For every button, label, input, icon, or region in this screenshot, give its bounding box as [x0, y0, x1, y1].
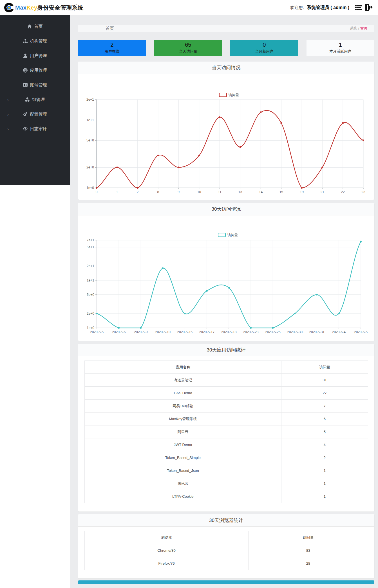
stat-card-label: 本月活跃用户	[307, 48, 375, 55]
x-tick-label: 10	[197, 190, 201, 194]
legend-marker	[218, 233, 225, 237]
sidebar-item-2[interactable]: 用户管理	[0, 48, 70, 63]
sidebar-item-3[interactable]: 应用管理	[0, 63, 70, 78]
breadcrumb-bar: 首页 系统 / 首页	[78, 25, 374, 32]
data-point[interactable]	[206, 290, 208, 292]
maxkey-logo-icon	[4, 3, 14, 13]
x-tick-label: 1	[116, 190, 118, 194]
table-cell: 有道云笔记	[85, 374, 281, 387]
table-cell: 7	[281, 400, 368, 413]
table-cell: 83	[249, 544, 368, 557]
data-point[interactable]	[198, 155, 200, 156]
x-tick-label: 2020-5-6	[112, 330, 126, 334]
sidebar-item-5[interactable]: ›组管理	[0, 92, 70, 107]
app-icon	[23, 68, 28, 73]
data-point[interactable]	[157, 155, 159, 156]
data-point[interactable]	[272, 327, 274, 329]
column-header: 访问量	[281, 361, 368, 374]
data-point[interactable]	[116, 166, 118, 168]
panel-app-stats: 30天应用访问统计 应用名称访问量有道云笔记31CAS Demo27网易163邮…	[78, 344, 374, 512]
x-tick-label: 2020-5-18	[221, 330, 237, 334]
x-tick-label: 21	[320, 190, 324, 194]
legend-marker	[219, 93, 227, 97]
data-point[interactable]	[162, 267, 164, 269]
table-row: LTPA-Cookie1	[85, 490, 368, 503]
x-tick-label: 2020-5-9	[134, 330, 147, 334]
y-tick-label: 2e+1	[86, 98, 94, 102]
data-point[interactable]	[137, 187, 138, 189]
audit-icon	[23, 127, 28, 131]
sidebar-item-label: 配置管理	[30, 112, 47, 117]
table-cell: MaxKey管理系统	[85, 413, 281, 425]
data-point[interactable]	[178, 166, 180, 168]
table-row: Firefox/7628	[85, 557, 368, 570]
table-row: Token_Based_Simple2	[85, 451, 368, 464]
data-point[interactable]	[118, 327, 120, 329]
data-point[interactable]	[321, 166, 323, 168]
header-right: 欢迎您: 系统管理员 ( admin )	[290, 4, 373, 11]
data-point[interactable]	[316, 294, 318, 296]
panel-30day-visits: 30天访问情况 1e+02e+05e+01e+12e+15e+17e+12020…	[78, 203, 374, 341]
data-point[interactable]	[219, 116, 221, 118]
x-tick-label: 8	[157, 190, 159, 194]
stat-card-value: 65	[154, 41, 222, 48]
sidebar-item-6[interactable]: ›配置管理	[0, 107, 70, 121]
breadcrumb: 系统 / 首页	[350, 26, 368, 31]
table-cell: CAS Demo	[85, 387, 281, 400]
data-point[interactable]	[96, 187, 97, 189]
data-point[interactable]	[96, 313, 98, 314]
x-tick-label: 2020-6-5	[354, 330, 368, 334]
chevron-right-icon: ›	[7, 98, 9, 102]
sidebar-item-label: 账号管理	[30, 82, 47, 88]
data-point[interactable]	[301, 187, 303, 189]
y-tick-label: 1e+0	[87, 326, 94, 330]
panel-title-30day-visits: 30天访问情况	[78, 203, 374, 215]
y-tick-label: 1e+1	[86, 118, 94, 122]
legend[interactable]: 访问量	[218, 233, 238, 237]
data-point[interactable]	[338, 313, 340, 314]
data-point[interactable]	[184, 313, 186, 314]
data-point[interactable]	[342, 122, 344, 124]
x-tick-label: 2020-6-4	[332, 330, 346, 334]
x-tick-label: 0	[96, 190, 98, 194]
sidebar-item-7[interactable]: ›日志审计	[0, 121, 70, 136]
data-point[interactable]	[363, 139, 364, 141]
data-point[interactable]	[360, 241, 362, 242]
panel-daily-visits: 当天访问情况 1e+02e+05e+01e+12e+10128910111314…	[78, 62, 374, 200]
data-point[interactable]	[239, 146, 241, 148]
daily-visits-chart[interactable]: 1e+02e+05e+01e+12e+101289101113141519212…	[78, 74, 374, 200]
sidebar-item-1[interactable]: 机构管理	[0, 34, 70, 48]
table-row: Chrome/8083	[85, 544, 368, 557]
current-user: 系统管理员 ( admin )	[307, 5, 349, 11]
sidebar-item-0[interactable]: 首页	[0, 19, 70, 34]
logout-icon[interactable]	[364, 4, 373, 11]
x-tick-label: 14	[259, 190, 263, 194]
stat-card-2: 0当月新用户	[230, 40, 298, 56]
data-point[interactable]	[280, 122, 282, 124]
y-tick-label: 5e+0	[87, 293, 94, 297]
data-point[interactable]	[228, 287, 230, 289]
legend[interactable]: 访问量	[219, 93, 239, 97]
sidebar-item-label: 机构管理	[30, 39, 47, 44]
table-row: 阿里云5	[85, 425, 368, 438]
table-header-row: 应用名称访问量	[85, 361, 368, 374]
monthly-visits-chart[interactable]: 1e+02e+05e+01e+12e+15e+17e+12020-5-52020…	[78, 215, 374, 341]
column-header: 访问量	[249, 531, 368, 544]
table-cell: 6	[281, 413, 368, 425]
x-tick-label: 2020-5-17	[199, 330, 214, 334]
table-cell: 2	[281, 451, 368, 464]
main-content: 首页 系统 / 首页 2用户在线65当天访问量0当月新用户1本月活跃用户 当天访…	[70, 15, 378, 588]
legend-label: 访问量	[229, 93, 239, 97]
breadcrumb-current[interactable]: 首页	[360, 26, 368, 30]
data-point[interactable]	[250, 327, 252, 329]
data-point[interactable]	[294, 313, 296, 314]
data-point[interactable]	[140, 327, 142, 329]
y-tick-label: 2e+1	[87, 264, 94, 268]
data-point[interactable]	[260, 111, 261, 113]
table-cell: Token_Based_Simple	[85, 451, 281, 464]
session-list-icon[interactable]	[355, 4, 362, 11]
table-cell: 腾讯云	[85, 477, 281, 490]
stat-card-1: 65当天访问量	[154, 40, 222, 56]
table-cell: 阿里云	[85, 425, 281, 438]
sidebar-item-4[interactable]: 账号管理	[0, 78, 70, 92]
